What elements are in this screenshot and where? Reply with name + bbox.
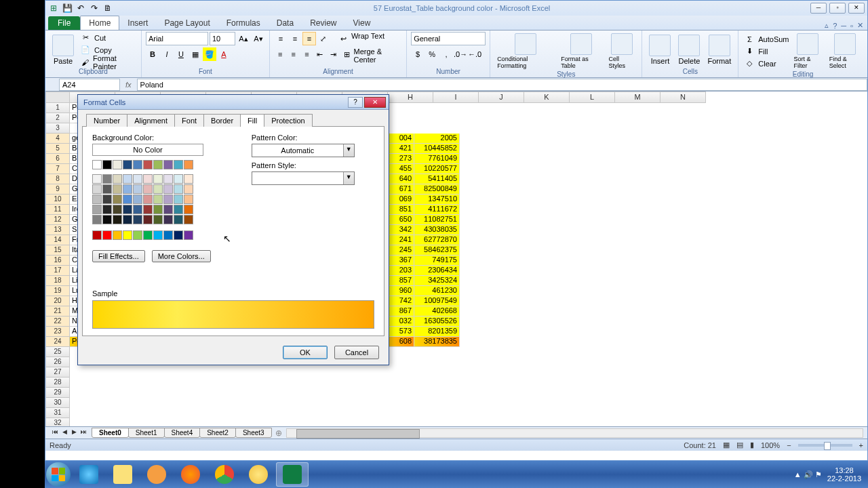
color-swatch[interactable] bbox=[133, 215, 142, 224]
font-name-combo[interactable]: Arial bbox=[146, 32, 208, 45]
dialog-tab-protection[interactable]: Protection bbox=[264, 114, 313, 127]
shrink-font-button[interactable]: A▾ bbox=[252, 32, 265, 45]
align-right-button[interactable]: ≡ bbox=[300, 47, 313, 61]
dialog-titlebar[interactable]: Format Cells ? ✕ bbox=[78, 95, 389, 110]
ie-icon[interactable] bbox=[73, 462, 105, 487]
tab-view[interactable]: View bbox=[345, 16, 379, 30]
tab-page-layout[interactable]: Page Layout bbox=[156, 16, 218, 30]
color-swatch[interactable] bbox=[113, 205, 122, 214]
dec-decimal-button[interactable]: ←.0 bbox=[468, 47, 481, 61]
cell[interactable]: 8201359 bbox=[414, 327, 460, 337]
row-header[interactable]: 20 bbox=[45, 296, 70, 306]
tab-home[interactable]: Home bbox=[80, 16, 119, 30]
app-icon[interactable] bbox=[242, 462, 275, 487]
color-swatch[interactable] bbox=[143, 160, 153, 169]
dialog-tab-number[interactable]: Number bbox=[86, 114, 127, 127]
row-header[interactable]: 25 bbox=[45, 347, 70, 357]
media-icon[interactable] bbox=[140, 462, 173, 487]
row-header[interactable]: 21 bbox=[45, 306, 70, 317]
row-header[interactable]: 26 bbox=[45, 357, 70, 367]
sheet-tab[interactable]: Sheet3 bbox=[235, 428, 272, 438]
color-swatch[interactable] bbox=[184, 215, 193, 224]
font-color-button[interactable]: A bbox=[217, 47, 231, 61]
doc-min-icon[interactable]: ─ bbox=[841, 22, 846, 30]
cell[interactable]: 3425324 bbox=[414, 276, 460, 286]
cell-styles-button[interactable]: Cell Styles bbox=[606, 32, 637, 70]
undo-icon[interactable]: ↶ bbox=[75, 3, 86, 14]
inc-decimal-button[interactable]: .0→ bbox=[454, 47, 467, 61]
color-swatch[interactable] bbox=[133, 174, 142, 184]
dialog-help-button[interactable]: ? bbox=[348, 97, 363, 108]
wrap-text-button[interactable]: ↩ bbox=[337, 32, 351, 45]
color-swatch[interactable] bbox=[92, 195, 102, 204]
row-headers[interactable]: 1234567891011121314151617181920212223242… bbox=[45, 103, 70, 426]
view-break-icon[interactable]: ▮ bbox=[750, 441, 754, 449]
chrome-icon[interactable] bbox=[208, 462, 241, 487]
color-swatch[interactable] bbox=[143, 215, 153, 224]
ribbon-min-icon[interactable]: ▵ bbox=[825, 21, 829, 30]
color-swatch[interactable] bbox=[92, 230, 102, 240]
cell[interactable]: 82500849 bbox=[414, 184, 460, 195]
color-swatch[interactable] bbox=[153, 160, 163, 169]
file-tab[interactable]: File bbox=[48, 16, 80, 30]
row-header[interactable]: 32 bbox=[45, 418, 70, 426]
merge-button[interactable]: ⊞ bbox=[340, 47, 353, 61]
color-swatch[interactable] bbox=[123, 205, 132, 214]
sheet-tab[interactable]: Sheet4 bbox=[164, 428, 201, 438]
zoom-slider[interactable] bbox=[798, 444, 852, 447]
color-swatch[interactable] bbox=[92, 184, 102, 194]
cell[interactable]: 4111672 bbox=[414, 205, 460, 215]
row-header[interactable]: 5 bbox=[45, 144, 70, 154]
col-header[interactable]: H bbox=[388, 92, 433, 103]
doc-close-icon[interactable]: ✕ bbox=[857, 21, 863, 30]
ok-button[interactable]: OK bbox=[283, 346, 328, 359]
color-swatch[interactable] bbox=[184, 195, 193, 204]
row-header[interactable]: 27 bbox=[45, 367, 70, 378]
pattern-style-combo[interactable]: ▼ bbox=[252, 171, 355, 185]
color-swatch[interactable] bbox=[123, 160, 132, 169]
new-icon[interactable]: 🗎 bbox=[102, 3, 113, 14]
zoom-in-button[interactable]: + bbox=[859, 441, 863, 449]
border-button[interactable]: ▦ bbox=[189, 47, 202, 61]
color-swatch[interactable] bbox=[113, 174, 122, 184]
orientation-button[interactable]: ⤢ bbox=[317, 32, 330, 45]
minimize-button[interactable]: ─ bbox=[810, 3, 827, 14]
cell[interactable]: 2306434 bbox=[414, 266, 460, 276]
select-all-corner[interactable] bbox=[45, 92, 70, 103]
color-swatch[interactable] bbox=[143, 184, 153, 194]
row-header[interactable]: 3 bbox=[45, 123, 70, 134]
doc-max-icon[interactable]: ▫ bbox=[850, 22, 853, 30]
color-swatch[interactable] bbox=[133, 205, 142, 214]
fx-icon[interactable]: fx bbox=[125, 81, 132, 89]
tab-formulas[interactable]: Formulas bbox=[218, 16, 269, 30]
color-swatch[interactable] bbox=[102, 215, 112, 224]
cell[interactable]: 43038035 bbox=[414, 225, 460, 235]
row-header[interactable]: 7 bbox=[45, 164, 70, 174]
color-swatch[interactable] bbox=[123, 215, 132, 224]
pattern-color-combo[interactable]: Automatic▼ bbox=[252, 144, 355, 157]
color-swatch[interactable] bbox=[113, 160, 122, 169]
cell[interactable]: 2005 bbox=[414, 134, 460, 144]
dialog-close-button[interactable]: ✕ bbox=[364, 97, 386, 108]
tab-review[interactable]: Review bbox=[302, 16, 344, 30]
align-bot-button[interactable]: ≡ bbox=[302, 32, 316, 45]
color-swatch[interactable] bbox=[174, 195, 183, 204]
ribbon-help-icon[interactable]: ? bbox=[833, 22, 837, 30]
color-swatch[interactable] bbox=[133, 160, 142, 169]
col-header[interactable]: L bbox=[570, 92, 615, 103]
cell[interactable]: 62772870 bbox=[414, 235, 460, 245]
save-icon[interactable]: 💾 bbox=[62, 3, 73, 14]
cell[interactable]: 749175 bbox=[414, 256, 460, 266]
number-format-combo[interactable]: General bbox=[411, 32, 486, 45]
color-swatch[interactable] bbox=[143, 230, 153, 240]
color-swatch[interactable] bbox=[153, 205, 163, 214]
cell[interactable]: 7761049 bbox=[414, 154, 460, 164]
tray-icons[interactable]: ▲ 🔊 ⚑ bbox=[794, 470, 822, 479]
indent-inc-button[interactable]: ⇥ bbox=[327, 47, 340, 61]
color-swatch[interactable] bbox=[113, 184, 122, 194]
align-top-button[interactable]: ≡ bbox=[274, 32, 288, 45]
color-swatch[interactable] bbox=[102, 205, 112, 214]
more-colors-button[interactable]: More Colors... bbox=[152, 250, 211, 262]
col-header[interactable]: J bbox=[479, 92, 524, 103]
color-swatch[interactable] bbox=[184, 205, 193, 214]
